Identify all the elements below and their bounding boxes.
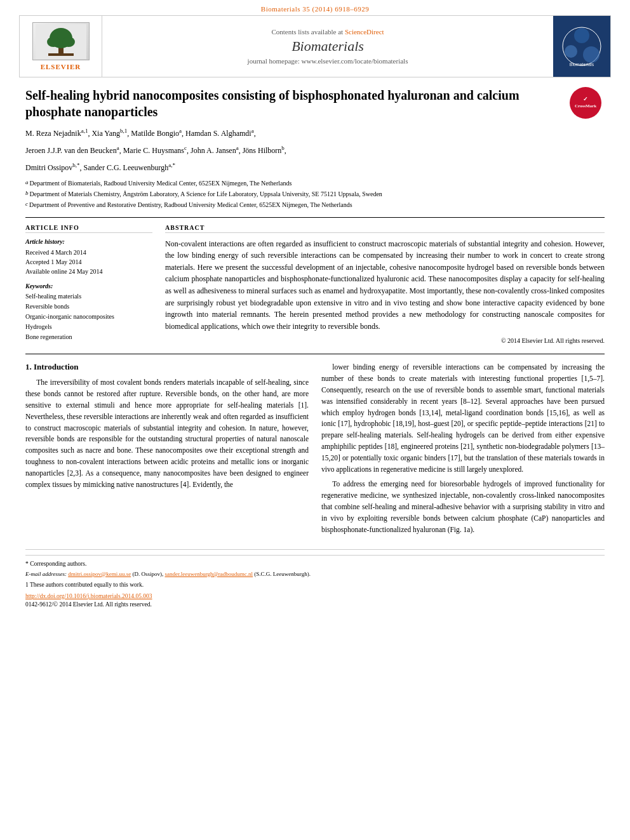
page: Biomaterials 35 (2014) 6918–6929: [0, 0, 630, 840]
intro-right-text: lower binding energy of reversible inter…: [321, 362, 605, 535]
elsevier-logo-area: ELSEVIER: [20, 16, 102, 77]
affiliation-b: b Department of Materials Chemistry, Ång…: [25, 189, 605, 199]
article-history-label: Article history:: [25, 238, 152, 245]
divider-after-affiliations: [25, 217, 605, 218]
corresponding-authors-note: * Corresponding authors.: [25, 559, 605, 568]
journal-ref-text: Biomaterials 35 (2014) 6918–6929: [261, 5, 369, 13]
journal-logo-image: Biomaterials: [558, 23, 606, 70]
keyword-4: Hydrogels: [25, 322, 152, 332]
elsevier-logo: ELSEVIER: [32, 22, 90, 70]
section-name: Introduction: [34, 362, 79, 371]
article-title-text: Self-healing hybrid nanocomposites consi…: [25, 88, 519, 119]
keyword-1: Self-healing materials: [25, 291, 152, 302]
author-nejadnik: M. Reza Nejadnika,1, Xia Yangb,1, Matild…: [25, 129, 256, 138]
article-content: Self-healing hybrid nanocomposites consi…: [0, 77, 630, 620]
intro-left-text: The irreversibility of most covalent bon…: [25, 377, 309, 490]
issn-line: 0142-9612/© 2014 Elsevier Ltd. All right…: [25, 601, 152, 608]
abstract-text: Non-covalent interactions are often rega…: [165, 238, 605, 333]
journal-reference: Biomaterials 35 (2014) 6918–6929: [0, 0, 630, 15]
article-info-column: ARTICLE INFO Article history: Received 4…: [25, 224, 152, 345]
affil-text-b: Department of Materials Chemistry, Ångst…: [30, 189, 382, 199]
footer-bottom: http://dx.doi.org/10.1016/j.biomaterials…: [25, 593, 605, 608]
corresponding-note-text: * Corresponding authors.: [25, 561, 86, 567]
svg-rect-5: [48, 53, 74, 56]
elsevier-text: ELSEVIER: [32, 63, 90, 70]
keyword-3: Organic-inorganic nanocomposites: [25, 312, 152, 322]
affil-letter-b: b: [25, 189, 29, 198]
keyword-2: Reversible bonds: [25, 302, 152, 312]
footer-area: * Corresponding authors. E-mail addresse…: [25, 549, 605, 608]
body-columns: 1. Introduction The irreversibility of m…: [25, 362, 605, 539]
svg-point-9: [565, 45, 577, 58]
authors-line2: Jeroen J.J.P. van den Beuckena, Marie C.…: [25, 143, 605, 157]
sciencedirect-prefix: Contents lists available at: [271, 28, 343, 36]
journal-header-box: ELSEVIER Contents lists available at Sci…: [19, 15, 611, 77]
svg-point-8: [574, 28, 589, 43]
abstract-header: ABSTRACT: [165, 224, 605, 233]
affil-text-c: Department of Preventive and Restorative…: [29, 200, 352, 210]
contrib-note-text: 1 These authors contributed equally to t…: [25, 582, 144, 588]
crossmark-icon: ✓CrossMark: [570, 87, 601, 119]
elsevier-tree-image: [32, 22, 90, 60]
author-ossipov: Dmitri Ossipovb,*, Sander C.G. Leeuwenbu…: [25, 163, 175, 172]
email-leeuwenburgh[interactable]: sander.leeuwenburgh@radboudumc.nl: [164, 571, 253, 577]
authors-line3: Dmitri Ossipovb,*, Sander C.G. Leeuwenbu…: [25, 161, 605, 174]
copyright-line: © 2014 Elsevier Ltd. All rights reserved…: [165, 337, 605, 344]
affil-letter-c: c: [25, 200, 28, 209]
body-area: 1. Introduction The irreversibility of m…: [25, 354, 605, 539]
svg-text:Biomaterials: Biomaterials: [569, 62, 594, 67]
journal-url: journal homepage: www.elsevier.com/locat…: [248, 57, 408, 65]
body-right-column: lower binding energy of reversible inter…: [321, 362, 605, 539]
info-abstract-columns: ARTICLE INFO Article history: Received 4…: [25, 224, 605, 345]
author-beucken: Jeroen J.J.P. van den Beuckena, Marie C.…: [25, 146, 286, 155]
article-info-header: ARTICLE INFO: [25, 224, 152, 233]
affiliation-c: c Department of Preventive and Restorati…: [25, 200, 605, 210]
crossmark-badge[interactable]: ✓CrossMark: [570, 87, 605, 122]
affil-letter-a: a: [25, 178, 29, 187]
keywords-label: Keywords:: [25, 283, 152, 290]
sciencedirect-link[interactable]: Contents lists available at ScienceDirec…: [271, 28, 384, 36]
article-title: Self-healing hybrid nanocomposites consi…: [25, 87, 605, 120]
authors-line1: M. Reza Nejadnika,1, Xia Yangb,1, Matild…: [25, 126, 605, 140]
intro-paragraph-3: To address the emerging need for bioreso…: [321, 479, 605, 535]
body-left-column: 1. Introduction The irreversibility of m…: [25, 362, 309, 539]
available-date: Available online 24 May 2014: [25, 267, 152, 276]
intro-paragraph-2: lower binding energy of reversible inter…: [321, 362, 605, 475]
received-date: Received 4 March 2014: [25, 248, 152, 257]
affiliations: a Department of Biomaterials, Radboud Un…: [25, 178, 605, 210]
abstract-column: ABSTRACT Non-covalent interactions are o…: [165, 224, 605, 345]
section-number: 1.: [25, 362, 32, 371]
svg-point-3: [47, 37, 60, 47]
journal-logo-area: Biomaterials: [553, 16, 610, 77]
svg-point-10: [583, 46, 600, 63]
email-label: E-mail addresses:: [25, 571, 68, 577]
intro-section-title: 1. Introduction: [25, 362, 309, 372]
crossmark-label: ✓CrossMark: [575, 97, 596, 109]
accepted-date: Accepted 1 May 2014: [25, 257, 152, 267]
doi-link[interactable]: http://dx.doi.org/10.1016/j.biomaterials…: [25, 593, 605, 599]
intro-paragraph-1: The irreversibility of most covalent bon…: [25, 377, 309, 490]
email-ossipov-name: (D. Ossipov),: [132, 571, 164, 577]
keyword-5: Bone regeneration: [25, 332, 152, 342]
journal-title: Biomaterials: [292, 38, 364, 55]
journal-title-area: Contents lists available at ScienceDirec…: [102, 16, 553, 77]
email-addresses: E-mail addresses: dmitri.ossipov@kemi.uu…: [25, 570, 605, 579]
affil-text-a: Department of Biomaterials, Radboud Univ…: [30, 178, 292, 188]
svg-point-4: [62, 37, 75, 47]
email-ossipov[interactable]: dmitri.ossipov@kemi.uu.se: [68, 571, 131, 577]
sciencedirect-anchor[interactable]: ScienceDirect: [345, 28, 384, 36]
email-leeuwenburgh-name: (S.C.G. Leeuwenburgh).: [254, 571, 311, 577]
affiliation-a: a Department of Biomaterials, Radboud Un…: [25, 178, 605, 188]
contrib-note: 1 These authors contributed equally to t…: [25, 580, 605, 589]
